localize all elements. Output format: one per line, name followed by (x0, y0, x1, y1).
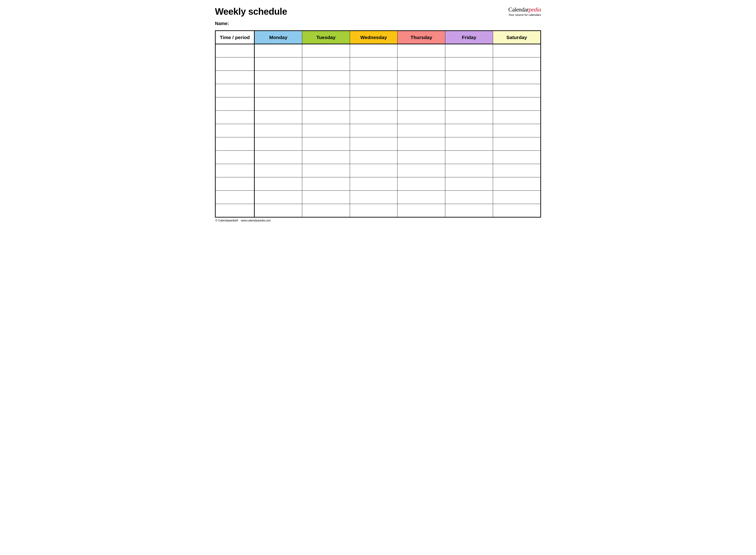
time-cell[interactable] (215, 57, 255, 71)
schedule-cell[interactable] (445, 111, 493, 124)
schedule-cell[interactable] (302, 164, 350, 177)
schedule-cell[interactable] (398, 84, 445, 97)
schedule-cell[interactable] (493, 124, 541, 137)
schedule-cell[interactable] (445, 204, 493, 217)
schedule-cell[interactable] (398, 44, 445, 57)
schedule-cell[interactable] (302, 137, 350, 151)
schedule-cell[interactable] (493, 151, 541, 164)
schedule-cell[interactable] (255, 84, 302, 97)
schedule-cell[interactable] (493, 71, 541, 84)
schedule-cell[interactable] (302, 191, 350, 204)
schedule-cell[interactable] (493, 191, 541, 204)
col-wednesday: Wednesday (350, 31, 398, 44)
schedule-cell[interactable] (302, 84, 350, 97)
table-row (215, 111, 541, 124)
schedule-cell[interactable] (398, 204, 445, 217)
schedule-cell[interactable] (302, 111, 350, 124)
schedule-cell[interactable] (302, 57, 350, 71)
time-cell[interactable] (215, 204, 255, 217)
schedule-cell[interactable] (398, 57, 445, 71)
schedule-cell[interactable] (493, 111, 541, 124)
schedule-cell[interactable] (302, 124, 350, 137)
schedule-cell[interactable] (255, 191, 302, 204)
time-cell[interactable] (215, 177, 255, 191)
schedule-cell[interactable] (255, 164, 302, 177)
schedule-cell[interactable] (350, 191, 398, 204)
table-row (215, 71, 541, 84)
schedule-cell[interactable] (350, 97, 398, 111)
schedule-cell[interactable] (350, 57, 398, 71)
col-time-period: Time / period (215, 31, 255, 44)
schedule-cell[interactable] (445, 97, 493, 111)
schedule-cell[interactable] (398, 124, 445, 137)
time-cell[interactable] (215, 97, 255, 111)
schedule-cell[interactable] (398, 191, 445, 204)
time-cell[interactable] (215, 71, 255, 84)
schedule-cell[interactable] (255, 124, 302, 137)
schedule-cell[interactable] (255, 177, 302, 191)
schedule-cell[interactable] (350, 151, 398, 164)
schedule-cell[interactable] (255, 204, 302, 217)
schedule-cell[interactable] (445, 191, 493, 204)
schedule-cell[interactable] (302, 204, 350, 217)
time-cell[interactable] (215, 137, 255, 151)
schedule-cell[interactable] (398, 71, 445, 84)
schedule-body (215, 44, 541, 217)
schedule-cell[interactable] (350, 164, 398, 177)
schedule-cell[interactable] (398, 137, 445, 151)
schedule-cell[interactable] (255, 111, 302, 124)
schedule-cell[interactable] (398, 151, 445, 164)
schedule-cell[interactable] (350, 111, 398, 124)
schedule-cell[interactable] (493, 97, 541, 111)
schedule-cell[interactable] (255, 151, 302, 164)
time-cell[interactable] (215, 44, 255, 57)
schedule-cell[interactable] (350, 204, 398, 217)
schedule-cell[interactable] (350, 124, 398, 137)
schedule-cell[interactable] (302, 71, 350, 84)
time-cell[interactable] (215, 111, 255, 124)
time-cell[interactable] (215, 151, 255, 164)
schedule-cell[interactable] (398, 164, 445, 177)
schedule-cell[interactable] (493, 164, 541, 177)
schedule-cell[interactable] (493, 137, 541, 151)
schedule-cell[interactable] (493, 177, 541, 191)
schedule-cell[interactable] (255, 57, 302, 71)
schedule-cell[interactable] (350, 84, 398, 97)
time-cell[interactable] (215, 124, 255, 137)
col-thursday: Thursday (398, 31, 445, 44)
schedule-cell[interactable] (255, 71, 302, 84)
schedule-cell[interactable] (445, 124, 493, 137)
schedule-cell[interactable] (445, 84, 493, 97)
schedule-cell[interactable] (350, 71, 398, 84)
schedule-cell[interactable] (255, 97, 302, 111)
schedule-cell[interactable] (255, 44, 302, 57)
schedule-cell[interactable] (255, 137, 302, 151)
schedule-cell[interactable] (493, 204, 541, 217)
schedule-cell[interactable] (350, 177, 398, 191)
schedule-cell[interactable] (350, 44, 398, 57)
schedule-cell[interactable] (493, 57, 541, 71)
schedule-cell[interactable] (445, 151, 493, 164)
schedule-cell[interactable] (445, 71, 493, 84)
footer: © Calendarpedia®www.calendarpedia.com (215, 219, 541, 222)
brand-part2: pedia (529, 6, 541, 13)
schedule-cell[interactable] (445, 44, 493, 57)
time-cell[interactable] (215, 84, 255, 97)
schedule-cell[interactable] (398, 177, 445, 191)
schedule-cell[interactable] (445, 177, 493, 191)
schedule-cell[interactable] (398, 97, 445, 111)
schedule-cell[interactable] (302, 177, 350, 191)
schedule-cell[interactable] (302, 44, 350, 57)
schedule-cell[interactable] (302, 151, 350, 164)
schedule-cell[interactable] (445, 57, 493, 71)
schedule-cell[interactable] (493, 84, 541, 97)
schedule-cell[interactable] (350, 137, 398, 151)
schedule-cell[interactable] (493, 44, 541, 57)
time-cell[interactable] (215, 191, 255, 204)
time-cell[interactable] (215, 164, 255, 177)
brand-tagline: Your source for calendars (508, 13, 541, 17)
schedule-cell[interactable] (445, 137, 493, 151)
schedule-cell[interactable] (302, 97, 350, 111)
schedule-cell[interactable] (398, 111, 445, 124)
schedule-cell[interactable] (445, 164, 493, 177)
